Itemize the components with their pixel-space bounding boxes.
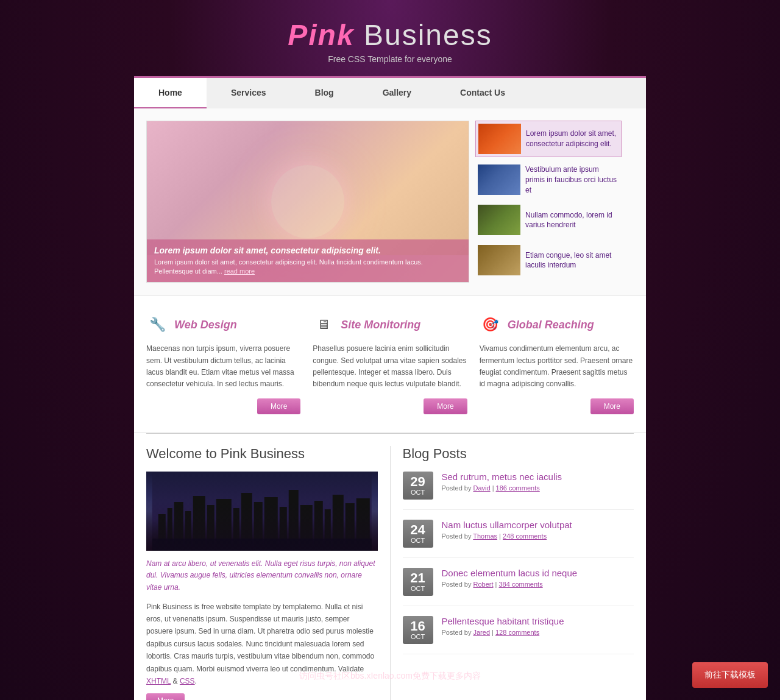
blog-author-link-4[interactable]: Jared: [473, 629, 490, 636]
thumbnail-link-4[interactable]: Etiam congue, leo sit amet iaculis inter…: [525, 251, 611, 270]
welcome-col: Welcome to Pink Business: [146, 446, 391, 700]
slide-caption: Lorem ipsum dolor sit amet, consectetur …: [147, 239, 469, 283]
blog-comments-link-1[interactable]: 186 comments: [496, 484, 540, 492]
service-header-2: 🖥 Site Monitoring: [313, 314, 467, 336]
blog-title-link-2[interactable]: Nam luctus ullamcorper volutpat: [442, 520, 572, 530]
welcome-ampersand: &: [173, 677, 180, 685]
blog-comments-link-3[interactable]: 384 comments: [499, 581, 543, 588]
service-col-1: 🔧 Web Design Maecenas non turpis ipsum, …: [146, 314, 300, 414]
service-text-3: Vivamus condimentum elementum arcu, ac f…: [480, 343, 634, 390]
nav-item-contact[interactable]: Contact Us: [436, 78, 530, 108]
slide-caption-body: Lorem ipsum dolor sit amet, consectetur …: [154, 258, 461, 277]
blog-post-2: 24 OCT Nam luctus ullamcorper volutpat P…: [403, 520, 634, 558]
welcome-image: [146, 472, 378, 551]
blog-title-link-1[interactable]: Sed rutrum, metus nec iaculis: [442, 472, 562, 482]
blog-date-3: 21 OCT: [403, 568, 433, 596]
blog-author-link-3[interactable]: Robert: [473, 581, 493, 588]
blog-comments-link-2[interactable]: 248 comments: [503, 532, 547, 540]
blog-date-2: 24 OCT: [403, 520, 433, 548]
nav-item-home[interactable]: Home: [134, 78, 207, 108]
blog-title-link-3[interactable]: Donec elementum lacus id neque: [442, 568, 578, 578]
slide-caption-title: Lorem ipsum dolor sit amet, consectetur …: [154, 246, 461, 255]
nav-link-contact[interactable]: Contact Us: [436, 78, 530, 107]
blog-comments-link-4[interactable]: 128 comments: [495, 629, 539, 636]
service-header-3: 🎯 Global Reaching: [480, 314, 634, 336]
thumbnail-text-1: Lorem ipsum dolor sit amet, consectetur …: [526, 129, 619, 149]
blog-title-link-4[interactable]: Pellentesque habitant tristique: [442, 616, 564, 626]
welcome-css-link[interactable]: CSS: [180, 677, 195, 685]
site-title-pink: Pink: [288, 19, 354, 51]
site-tagline: Free CSS Template for everyone: [0, 54, 780, 64]
thumbnail-link-3[interactable]: Nullam commodo, lorem id varius hendreri…: [525, 211, 612, 230]
download-button[interactable]: 前往下载模板: [692, 662, 768, 688]
blog-day-1: 29: [405, 475, 431, 489]
blog-meta-4: Posted by Jared | 128 comments: [442, 629, 564, 636]
blog-date-4: 16 OCT: [403, 616, 433, 644]
nav-item-gallery[interactable]: Gallery: [358, 78, 436, 108]
blog-author-link-1[interactable]: David: [473, 484, 490, 492]
blog-month-2: OCT: [405, 537, 431, 544]
blog-content-2: Nam luctus ullamcorper volutpat Posted b…: [442, 520, 572, 540]
service-more-btn-1[interactable]: More: [257, 398, 300, 414]
welcome-quote: Nam at arcu libero, ut venenatis elit. N…: [146, 558, 378, 593]
sidebar-thumbnails: Lorem ipsum dolor sit amet, consectetur …: [475, 121, 622, 283]
service-title-2: Site Monitoring: [341, 319, 420, 331]
slide-image: [147, 121, 469, 255]
service-title-3: Global Reaching: [508, 319, 594, 331]
slide-caption-text: Lorem ipsum dolor sit amet, consectetur …: [154, 258, 423, 275]
welcome-more-btn[interactable]: More: [146, 693, 185, 700]
thumbnail-link-2[interactable]: Vestibulum ante ipsum primis in faucibus…: [525, 165, 617, 194]
blog-meta-2: Posted by Thomas | 248 comments: [442, 532, 572, 540]
slide-read-more-link[interactable]: read more: [224, 267, 255, 275]
welcome-body: Pink Business is free website template b…: [146, 601, 378, 688]
nav-item-services[interactable]: Services: [207, 78, 291, 108]
blog-author-link-2[interactable]: Thomas: [473, 532, 497, 540]
nav-item-blog[interactable]: Blog: [291, 78, 358, 108]
site-monitoring-icon: 🖥: [313, 314, 335, 336]
featured-area: Lorem ipsum dolor sit amet, consectetur …: [134, 108, 646, 295]
services-section: 🔧 Web Design Maecenas non turpis ipsum, …: [134, 295, 646, 433]
thumbnail-image-4: [478, 245, 520, 275]
thumbnail-link-1[interactable]: Lorem ipsum dolor sit amet, consectetur …: [526, 129, 616, 148]
blog-day-2: 24: [405, 523, 431, 537]
service-title-1: Web Design: [174, 319, 237, 331]
nav-link-home[interactable]: Home: [134, 78, 207, 108]
welcome-title: Welcome to Pink Business: [146, 446, 378, 462]
nav-link-services[interactable]: Services: [207, 78, 291, 107]
thumbnail-image-3: [478, 205, 520, 235]
thumbnail-image-2: [478, 164, 520, 195]
blog-date-1: 29 OCT: [403, 472, 433, 500]
blog-month-3: OCT: [405, 585, 431, 592]
thumbnail-item-1[interactable]: Lorem ipsum dolor sit amet, consectetur …: [475, 121, 622, 157]
blog-day-3: 21: [405, 571, 431, 585]
site-title-business: Business: [355, 19, 492, 51]
blog-title: Blog Posts: [403, 446, 634, 462]
blog-content-4: Pellentesque habitant tristique Posted b…: [442, 616, 564, 636]
service-text-1: Maecenas non turpis ipsum, viverra posue…: [146, 343, 300, 390]
blog-meta-3: Posted by Robert | 384 comments: [442, 581, 578, 588]
main-nav: Home Services Blog Gallery Contact Us: [134, 76, 646, 108]
nav-link-blog[interactable]: Blog: [291, 78, 358, 107]
blog-month-1: OCT: [405, 489, 431, 496]
blog-meta-1: Posted by David | 186 comments: [442, 484, 562, 492]
thumbnail-text-3: Nullam commodo, lorem id varius hendreri…: [525, 210, 619, 231]
nav-link-gallery[interactable]: Gallery: [358, 78, 436, 107]
service-col-2: 🖥 Site Monitoring Phasellus posuere laci…: [313, 314, 467, 414]
blog-day-4: 16: [405, 620, 431, 633]
welcome-xhtml-link[interactable]: XHTML: [146, 677, 171, 685]
blog-post-1: 29 OCT Sed rutrum, metus nec iaculis Pos…: [403, 472, 634, 510]
thumbnail-item-3[interactable]: Nullam commodo, lorem id varius hendreri…: [475, 202, 622, 238]
service-col-3: 🎯 Global Reaching Vivamus condimentum el…: [480, 314, 634, 414]
site-title: Pink Business: [0, 18, 780, 52]
blog-month-4: OCT: [405, 633, 431, 640]
slide-decoration: [271, 165, 344, 238]
blog-col: Blog Posts 29 OCT Sed rutrum, metus nec …: [403, 446, 634, 700]
content-wrapper: Lorem ipsum dolor sit amet, consectetur …: [134, 108, 646, 700]
thumbnail-image-1: [478, 124, 521, 154]
thumbnail-item-2[interactable]: Vestibulum ante ipsum primis in faucibus…: [475, 162, 622, 197]
blog-content-1: Sed rutrum, metus nec iaculis Posted by …: [442, 472, 562, 492]
blog-post-4: 16 OCT Pellentesque habitant tristique P…: [403, 616, 634, 654]
thumbnail-item-4[interactable]: Etiam congue, leo sit amet iaculis inter…: [475, 242, 622, 278]
service-more-btn-2[interactable]: More: [424, 398, 467, 414]
service-more-btn-3[interactable]: More: [590, 398, 634, 414]
